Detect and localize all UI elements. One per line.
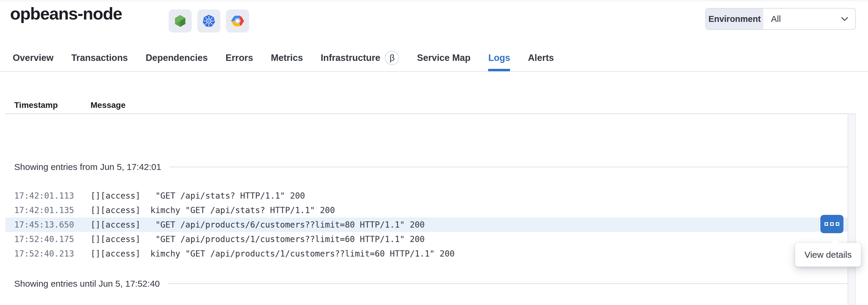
log-row[interactable]: 17:42:01.135[][access] kimchy "GET /api/… (5, 203, 847, 217)
tab-errors[interactable]: Errors (225, 44, 253, 71)
column-header-message: Message (91, 100, 125, 110)
page-title: opbeans-node (10, 4, 122, 23)
range-end-row: Showing entries until Jun 5, 17:52:40 (14, 278, 848, 290)
tab-label: Infrastructure (321, 53, 380, 63)
log-row[interactable]: 17:52:40.213[][access] kimchy "GET /api/… (5, 246, 847, 261)
tab-infrastructure[interactable]: Infrastructure β (321, 44, 399, 71)
service-icon-badges (168, 9, 249, 33)
range-divider (168, 283, 848, 284)
log-row[interactable]: 17:52:40.175[][access] "GET /api/product… (5, 232, 847, 246)
table-header-divider (5, 113, 856, 114)
tab-service-map[interactable]: Service Map (417, 44, 470, 71)
log-timestamp: 17:52:40.213 (14, 249, 91, 259)
vertical-scrollbar[interactable] (847, 114, 856, 305)
beta-badge: β (385, 51, 399, 65)
range-divider (169, 167, 848, 167)
log-timestamp: 17:42:01.113 (14, 191, 91, 201)
log-message: [][access] kimchy "GET /api/stats? HTTP/… (91, 205, 335, 215)
tab-label: Service Map (417, 53, 470, 63)
tab-label: Alerts (528, 53, 554, 63)
view-details-menu-item[interactable]: View details (795, 243, 861, 267)
range-start-text: Showing entries from Jun 5, 17:42:01 (14, 162, 161, 172)
log-message: [][access] "GET /api/products/6/customer… (91, 220, 425, 230)
tab-logs[interactable]: Logs (488, 44, 510, 71)
range-start-row: Showing entries from Jun 5, 17:42:01 (14, 161, 848, 173)
view-details-label: View details (804, 250, 852, 260)
log-message: [][access] kimchy "GET /api/products/1/c… (91, 249, 455, 259)
google-cloud-badge (226, 9, 249, 33)
tab-label: Overview (13, 53, 54, 63)
nodejs-badge (168, 9, 192, 33)
tab-label: Errors (225, 53, 253, 63)
service-tabs: Overview Transactions Dependencies Error… (0, 44, 868, 72)
chevron-down-icon (840, 14, 849, 24)
page-top-strip (0, 0, 868, 1)
log-rows: 17:42:01.113[][access] "GET /api/stats? … (5, 189, 847, 261)
log-message: [][access] "GET /api/stats? HTTP/1.1" 20… (91, 191, 305, 201)
environment-select-label: Environment (706, 8, 763, 29)
log-timestamp: 17:45:13.650 (14, 220, 91, 230)
tab-label: Logs (488, 53, 510, 63)
log-row[interactable]: 17:45:13.650[][access] "GET /api/product… (5, 217, 847, 232)
tab-alerts[interactable]: Alerts (528, 44, 554, 71)
log-message: [][access] "GET /api/products/1/customer… (91, 234, 425, 244)
nodejs-icon (173, 14, 187, 28)
log-row[interactable]: 17:42:01.113[][access] "GET /api/stats? … (5, 189, 847, 203)
boxes-horizontal-icon (825, 222, 839, 226)
google-cloud-icon (231, 14, 244, 28)
log-timestamp: 17:42:01.135 (14, 205, 91, 215)
environment-select[interactable]: Environment All (705, 8, 856, 30)
range-end-text: Showing entries until Jun 5, 17:52:40 (14, 279, 160, 289)
tab-transactions[interactable]: Transactions (71, 44, 128, 71)
tab-label: Transactions (71, 53, 128, 63)
kubernetes-icon (202, 14, 216, 28)
tab-label: Dependencies (146, 53, 208, 63)
tab-dependencies[interactable]: Dependencies (146, 44, 208, 71)
log-timestamp: 17:52:40.175 (14, 234, 91, 244)
row-actions-button[interactable] (820, 215, 843, 233)
tab-overview[interactable]: Overview (13, 44, 54, 71)
kubernetes-badge (197, 9, 220, 33)
tab-label: Metrics (271, 53, 303, 63)
tab-metrics[interactable]: Metrics (271, 44, 303, 71)
column-header-timestamp: Timestamp (14, 100, 58, 110)
